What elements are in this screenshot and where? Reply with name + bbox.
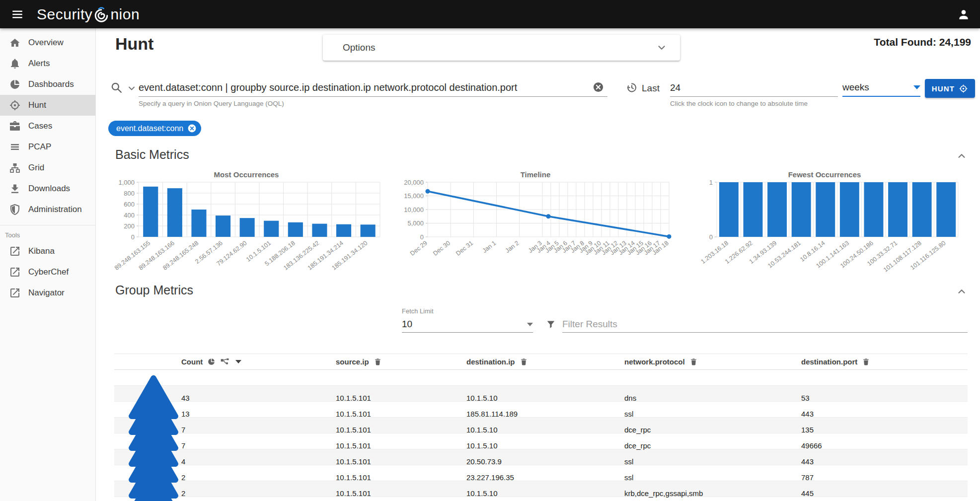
time-units-value: weeks bbox=[842, 82, 869, 93]
query-input[interactable] bbox=[139, 79, 607, 97]
collapse-basic-metrics-icon[interactable] bbox=[956, 150, 967, 161]
basic-metrics-title: Basic Metrics bbox=[115, 147, 189, 162]
options-panel[interactable]: Options bbox=[323, 35, 680, 61]
group-metrics-table: Count source.ip destination.ip network.p… bbox=[114, 354, 968, 497]
hunt-button[interactable]: HUNT bbox=[925, 79, 975, 98]
svg-text:20,000: 20,000 bbox=[404, 179, 424, 186]
chevron-down-icon[interactable] bbox=[656, 42, 667, 53]
sidebar-item-label: Kibana bbox=[28, 246, 55, 256]
collapse-group-metrics-icon[interactable] bbox=[956, 286, 967, 297]
sidebar-item-overview[interactable]: Overview bbox=[0, 32, 95, 53]
user-account-icon[interactable] bbox=[957, 8, 970, 21]
sidebar-item-label: Dashboards bbox=[28, 79, 74, 89]
sidebar-item-downloads[interactable]: Downloads bbox=[0, 178, 95, 199]
table-header-network-protocol[interactable]: network.protocol bbox=[624, 358, 801, 366]
sidebar-item-label: Navigator bbox=[28, 288, 65, 298]
cell-source-ip: 10.1.5.101 bbox=[336, 426, 466, 434]
svg-text:Timeline: Timeline bbox=[521, 170, 551, 179]
onion-logo-icon bbox=[93, 7, 110, 24]
cell-destination-ip: 10.1.5.10 bbox=[466, 394, 624, 402]
sidebar-item-alerts[interactable]: Alerts bbox=[0, 53, 95, 74]
fetch-limit-select[interactable]: 10 bbox=[402, 316, 533, 333]
menu-icon[interactable] bbox=[11, 8, 24, 21]
cell-network-protocol: ssl bbox=[624, 457, 801, 466]
warning-triangle-icon[interactable] bbox=[126, 481, 181, 501]
app-logo-text-2: nion bbox=[110, 6, 140, 23]
caret-down-icon[interactable] bbox=[235, 360, 241, 363]
table-row[interactable]: 4310.1.5.10110.1.5.10dns53 bbox=[114, 370, 968, 386]
delete-column-icon[interactable] bbox=[862, 358, 870, 366]
svg-text:800: 800 bbox=[124, 190, 135, 197]
table-header-destination-ip[interactable]: destination.ip bbox=[466, 358, 624, 366]
clear-query-icon[interactable] bbox=[593, 81, 604, 93]
sidebar-item-administration[interactable]: Administration bbox=[0, 199, 95, 220]
filter-funnel-icon bbox=[545, 319, 556, 330]
delete-column-icon[interactable] bbox=[374, 358, 382, 366]
time-last-label: Last bbox=[642, 83, 660, 94]
sidebar-item-dashboards[interactable]: Dashboards bbox=[0, 74, 95, 95]
query-hint: Specify a query in Onion Query Language … bbox=[139, 100, 284, 107]
hunt-button-label: HUNT bbox=[932, 84, 955, 93]
chart-most-occurrences: Most Occurrences02004006008001,00089.248… bbox=[106, 170, 387, 279]
cell-count: 43 bbox=[181, 394, 336, 402]
col-network-protocol-label: network.protocol bbox=[624, 358, 685, 366]
svg-text:15,000: 15,000 bbox=[404, 192, 424, 200]
cell-destination-ip: 10.1.5.10 bbox=[466, 489, 624, 498]
filter-chip-label: event.dataset:conn bbox=[116, 124, 183, 133]
cell-destination-port: 787 bbox=[801, 473, 968, 482]
tools-section-label: Tools bbox=[0, 225, 95, 241]
network-icon bbox=[9, 162, 21, 174]
col-source-ip-label: source.ip bbox=[336, 358, 369, 366]
history-clock-icon[interactable] bbox=[625, 81, 637, 93]
cell-network-protocol: ssl bbox=[624, 473, 801, 482]
shield-icon bbox=[9, 204, 21, 215]
svg-text:Dec 31: Dec 31 bbox=[454, 239, 474, 257]
sidebar-item-kibana[interactable]: Kibana bbox=[0, 241, 95, 262]
sidebar-item-grid[interactable]: Grid bbox=[0, 157, 95, 178]
cell-destination-ip: 185.81.114.189 bbox=[466, 410, 624, 418]
cell-source-ip: 10.1.5.101 bbox=[336, 473, 466, 482]
external-link-icon bbox=[9, 245, 21, 257]
remove-filter-icon[interactable] bbox=[187, 124, 197, 133]
table-header-count[interactable]: Count bbox=[181, 357, 336, 367]
external-link-icon bbox=[9, 287, 21, 299]
sidebar-item-hunt[interactable]: Hunt bbox=[0, 95, 95, 116]
crosshair-icon bbox=[9, 99, 21, 111]
svg-text:0: 0 bbox=[131, 233, 135, 241]
cell-network-protocol: ssl bbox=[624, 410, 801, 418]
cell-source-ip: 10.1.5.101 bbox=[336, 441, 466, 450]
charts-row: Most Occurrences02004006008001,00089.248… bbox=[106, 170, 970, 279]
caret-down-icon bbox=[913, 85, 920, 89]
sankey-icon[interactable] bbox=[220, 357, 230, 367]
filter-results-input[interactable] bbox=[562, 316, 968, 333]
download-icon bbox=[9, 183, 21, 195]
svg-text:5,000: 5,000 bbox=[407, 219, 424, 227]
cell-destination-port: 135 bbox=[801, 426, 968, 434]
col-destination-ip-label: destination.ip bbox=[466, 358, 515, 366]
cell-count: 2 bbox=[181, 489, 336, 498]
svg-text:Jan 1: Jan 1 bbox=[481, 239, 498, 254]
table-header-source-ip[interactable]: source.ip bbox=[336, 358, 466, 366]
filter-chip[interactable]: event.dataset:conn bbox=[108, 121, 201, 136]
sidebar-item-cyberchef[interactable]: CyberChef bbox=[0, 262, 95, 283]
page-title: Hunt bbox=[115, 34, 153, 54]
sidebar-item-navigator[interactable]: Navigator bbox=[0, 283, 95, 303]
pie-chart-icon[interactable] bbox=[207, 358, 216, 366]
sidebar-item-pcap[interactable]: PCAP bbox=[0, 137, 95, 157]
sidebar-item-cases[interactable]: Cases bbox=[0, 116, 95, 137]
table-header-destination-port[interactable]: destination.port bbox=[801, 358, 968, 366]
sidebar-item-label: Hunt bbox=[28, 100, 46, 110]
cell-source-ip: 10.1.5.101 bbox=[336, 489, 466, 498]
duration-input[interactable] bbox=[670, 79, 838, 97]
caret-down-icon bbox=[527, 323, 533, 326]
delete-column-icon[interactable] bbox=[520, 358, 528, 366]
delete-column-icon[interactable] bbox=[689, 358, 698, 366]
search-icon[interactable] bbox=[110, 81, 123, 94]
query-history-chevron-icon[interactable] bbox=[127, 83, 137, 93]
fetch-limit-value: 10 bbox=[402, 319, 412, 330]
time-units-select[interactable]: weeks bbox=[842, 79, 920, 97]
cell-destination-port: 53 bbox=[801, 394, 968, 402]
cell-destination-ip: 10.1.5.10 bbox=[466, 426, 624, 434]
svg-text:Most Occurrences: Most Occurrences bbox=[214, 170, 279, 179]
cell-count: 4 bbox=[181, 457, 336, 466]
